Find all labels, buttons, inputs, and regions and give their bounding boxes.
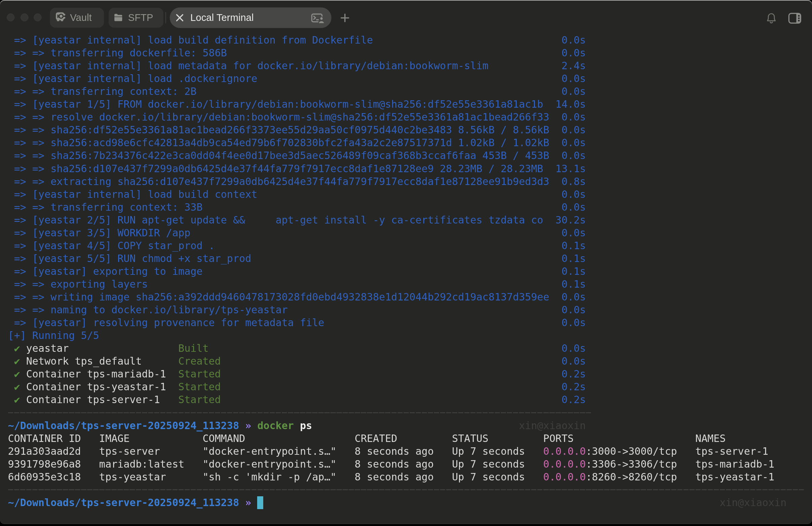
terminal-text: yeastar [26,342,69,355]
terminal-text: "docker-entrypoint.s…" [203,445,336,458]
terminal-text: 0.0s [562,201,586,214]
tab-local-terminal[interactable]: Local Terminal [170,8,331,28]
terminal-text: Up 7 seconds [452,471,525,483]
terminal-text: => [yeastar internal] load build definit… [8,34,373,46]
terminal-text: 0.0.0.0 [543,471,586,483]
terminal-text: => => extracting sha256:d107e437f7299a0d… [8,175,549,188]
terminal-text: 291a303aad2d [8,445,81,458]
terminal-text: ✔ [14,355,20,368]
terminal-text: 0.2s [562,393,586,406]
terminal-text: 2.4s [562,59,586,72]
terminal-text: 0.0s [562,72,586,85]
terminal-text: NAMES [695,432,726,445]
terminal-text: Built [178,342,208,355]
terminal-text: ✔ [14,368,20,381]
bell-icon[interactable] [766,13,776,24]
terminal-text: => [yeastar 4/5] COPY star_prod . [8,239,215,252]
terminal-text: :8260->8260/tcp [586,471,677,483]
terminal-text: => => sha256:7b234376c422e3ca0dd04f4ee0d… [8,149,549,162]
tab-vault-label: Vault [70,8,92,28]
terminal-text: 0.1s [562,265,586,278]
terminal-text: 6d60935e3c18 [8,471,81,483]
tab-sftp-label: SFTP [128,8,154,28]
terminal-text: Container tps-server-1 [26,393,160,406]
terminal-text: ps [300,419,312,432]
traffic-light-zoom-button[interactable] [34,14,42,21]
terminal-user-icon[interactable] [311,14,325,24]
terminal-text: 8 seconds ago [355,458,434,471]
terminal-text: => => sha256:df52e55e3361a81ac1bead266f3… [8,124,549,137]
terminal-text: 8 seconds ago [355,471,434,483]
traffic-light-minimize-button[interactable] [20,14,28,21]
terminal-text: ✔ [14,342,20,355]
terminal-text: ~/Downloads/tps-server-20250924_113238 [8,496,239,509]
tab-divider [165,12,166,23]
terminal-text: Up 7 seconds [452,458,525,471]
terminal-text: => => transferring context: 33B [8,201,203,214]
terminal-text: => => writing image sha256:a392ddd946047… [8,291,549,303]
titlebar: Vault SFTP Local Terminal [0,0,812,34]
terminal-text: 0.1s [562,239,586,252]
prompt-separator-line [8,489,804,490]
terminal-text: tps-server [99,445,160,458]
terminal-text: » [245,419,251,432]
terminal-text: 14.0s [555,98,586,111]
traffic-light-close-button[interactable] [7,14,15,21]
close-icon[interactable] [176,14,184,22]
terminal-text: 0.0s [562,137,586,149]
terminal-text: 9391798e96a8 [8,458,81,471]
terminal-text: CREATED [355,432,397,445]
termius-window: Vault SFTP Local Terminal [0,0,812,524]
terminal-text: => [yeastar internal] load .dockerignore [8,72,258,85]
terminal-text: 0.2s [562,381,586,393]
terminal-text: 0.0s [562,124,586,137]
terminal-text: STATUS [452,432,488,445]
terminal-text: :3000->3000/tcp [586,445,677,458]
terminal-text: 0.1s [562,278,586,291]
terminal-text: xin@xiaoxin [720,496,786,509]
terminal-text: 0.8s [562,175,586,188]
terminal-text: docker [257,419,294,432]
terminal-text: 0.0s [562,342,586,355]
terminal-text: 0.0s [562,188,586,201]
terminal-text: Up 7 seconds [452,445,525,458]
terminal-text: => [yeastar] resolving provenance for me… [8,316,324,329]
terminal-text: Network tps_default [26,355,142,368]
terminal-text: 0.0s [562,355,586,368]
terminal-text: PORTS [543,432,574,445]
terminal-text: => => transferring dockerfile: 586B [8,46,227,59]
terminal-text: ✔ [14,393,20,406]
terminal-text: Container tps-mariadb-1 [26,368,166,381]
panel-toggle-icon[interactable] [788,13,801,24]
terminal-text: => => exporting layers [8,278,148,291]
terminal-text: [+] Running 5/5 [8,329,99,342]
terminal-text: => [yeastar internal] load build context [8,188,258,201]
tab-vault[interactable]: Vault [50,8,104,28]
terminal-text: mariadb:latest [99,458,184,471]
tab-sftp[interactable]: SFTP [109,8,163,28]
new-tab-button[interactable] [340,14,349,22]
terminal-text: => => resolve docker.io/library/debian:b… [8,111,549,124]
terminal-text: => [yeastar 1/5] FROM docker.io/library/… [8,98,543,111]
terminal-text: 0.0s [562,34,586,46]
terminal-text: => [yeastar 2/5] RUN apt-get update && a… [8,214,543,227]
terminal-text: Created [178,355,221,368]
terminal-text: "sh -c 'mkdir -p /ap…" [203,471,336,483]
terminal-text: tps-yeastar-1 [695,471,774,483]
terminal-text: tps-yeastar [99,471,166,483]
terminal-text: » [245,496,251,509]
terminal-text: CONTAINER ID [8,432,81,445]
terminal-text: 0.0s [562,303,586,316]
terminal-text: 0.0s [562,46,586,59]
terminal-text: => => transferring context: 2B [8,85,197,98]
terminal-text: 13.1s [555,162,586,175]
terminal-text: => [yeastar 5/5] RUN chmod +x star_prod [8,252,251,265]
terminal-text: tps-server-1 [695,445,768,458]
terminal-text: Started [178,393,221,406]
terminal-text: 0.1s [562,252,586,265]
terminal-text: 0.0s [562,316,586,329]
terminal-text: COMMAND [203,432,245,445]
terminal-screen[interactable]: => [yeastar internal] load build definit… [0,34,812,523]
terminal-text: Started [178,368,221,381]
terminal-text: ~/Downloads/tps-server-20250924_113238 [8,419,239,432]
